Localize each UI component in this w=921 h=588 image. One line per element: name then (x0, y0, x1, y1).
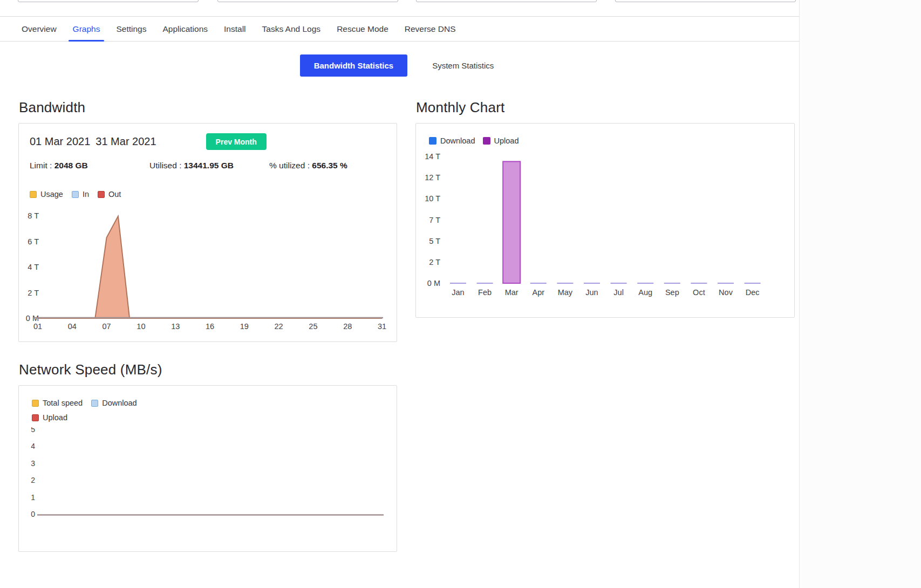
month-label: Oct (693, 288, 705, 297)
y-tick-label: 10 T (425, 194, 440, 203)
limit-value: 2048 GB (54, 161, 88, 170)
bandwidth-card-header: 01 Mar 2021 31 Mar 2021 Prev Month (19, 124, 397, 150)
x-tick-label: 28 (343, 322, 352, 331)
network-speed-legend: Total speedDownloadUpload (32, 399, 167, 422)
content-grid: Bandwidth 01 Mar 2021 31 Mar 2021 Prev M… (0, 99, 921, 552)
left-column: Bandwidth 01 Mar 2021 31 Mar 2021 Prev M… (18, 99, 397, 552)
truncated-input-1[interactable] (18, 0, 199, 2)
month-label: Feb (478, 288, 492, 297)
download-swatch (429, 137, 436, 145)
y-tick-label: 5 (31, 427, 35, 434)
y-tick-label: 12 T (425, 173, 440, 182)
in-swatch (72, 191, 79, 198)
x-tick-label: 16 (206, 322, 214, 331)
bandwidth-stats-row: Limit : 2048 GB Utilised : 13441.95 GB %… (19, 161, 397, 170)
x-tick-label: 19 (240, 322, 249, 331)
y-tick-label: 2 (31, 476, 35, 484)
bandwidth-card: 01 Mar 2021 31 Mar 2021 Prev Month Limit… (18, 123, 397, 342)
month-label: Jan (452, 288, 464, 297)
month-label: Mar (505, 288, 519, 297)
x-tick-label: 22 (275, 322, 283, 331)
legend-label: In (83, 190, 89, 199)
network-speed-heading: Network Speed (MB/s) (19, 361, 397, 378)
legend-label: Upload (43, 413, 67, 422)
usage-swatch (30, 191, 37, 198)
month-label: Jun (585, 288, 598, 297)
tab-tasks-and-logs[interactable]: Tasks And Logs (254, 17, 329, 41)
monthly-chart-card: DownloadUpload 14 T12 T10 T7 T5 T2 T0 MJ… (415, 123, 795, 318)
tab-bar: Overview Graphs Settings Applications In… (0, 16, 799, 42)
bandwidth-heading: Bandwidth (19, 99, 397, 116)
x-tick-label: 13 (171, 322, 180, 331)
y-tick-label: 5 T (429, 237, 440, 245)
legend-item-usage[interactable]: Usage (30, 190, 63, 199)
tab-graphs[interactable]: Graphs (65, 17, 108, 41)
y-tick-label: 4 T (28, 263, 39, 271)
prev-month-button[interactable]: Prev Month (206, 133, 267, 150)
date-range: 01 Mar 2021 31 Mar 2021 (30, 135, 156, 148)
month-label: Sep (665, 288, 679, 297)
monthly-chart: 14 T12 T10 T7 T5 T2 T0 MJanFebMarAprMayJ… (416, 152, 794, 298)
legend-item-in[interactable]: In (72, 190, 89, 199)
tab-install[interactable]: Install (216, 17, 254, 41)
download-swatch (91, 400, 98, 407)
month-label: Aug (638, 288, 652, 297)
legend-item-out[interactable]: Out (98, 190, 121, 199)
right-column: Monthly Chart DownloadUpload 14 T12 T10 … (415, 99, 795, 318)
limit-label: Limit : (30, 161, 52, 170)
y-tick-label: 0 M (427, 279, 440, 288)
network-speed-chart: 543210 (19, 427, 397, 524)
y-tick-label: 8 T (28, 211, 39, 220)
tab-overview[interactable]: Overview (13, 17, 65, 41)
legend-item-upload[interactable]: Upload (32, 413, 67, 422)
x-tick-label: 04 (68, 322, 77, 331)
tab-applications[interactable]: Applications (154, 17, 216, 41)
total-speed-swatch (32, 400, 39, 407)
month-label: Jul (613, 288, 624, 297)
bandwidth-legend: UsageInOut (19, 190, 397, 199)
system-statistics-button[interactable]: System Statistics (427, 61, 499, 70)
y-tick-label: 4 (31, 442, 35, 450)
month-label: May (558, 288, 573, 297)
utilised-value: 13441.95 GB (184, 161, 234, 170)
y-tick-label: 14 T (425, 152, 440, 161)
x-tick-label: 10 (137, 322, 145, 331)
y-tick-label: 2 T (28, 289, 39, 297)
legend-item-total-speed[interactable]: Total speed (32, 399, 83, 407)
upload-swatch (483, 137, 490, 145)
truncated-input-4[interactable] (615, 0, 796, 2)
tab-settings[interactable]: Settings (108, 17, 154, 41)
x-tick-label: 01 (33, 322, 42, 331)
truncated-input-3[interactable] (416, 0, 597, 2)
out-swatch (98, 191, 105, 198)
right-gutter (799, 0, 921, 588)
percent-utilized-label: % utilized : (269, 161, 310, 170)
month-label: Nov (719, 288, 733, 297)
tab-rescue-mode[interactable]: Rescue Mode (329, 17, 397, 41)
y-tick-label: 7 T (429, 216, 440, 224)
truncated-input-2[interactable] (217, 0, 398, 2)
page: Overview Graphs Settings Applications In… (0, 16, 921, 552)
legend-item-download[interactable]: Download (91, 399, 137, 407)
y-tick-label: 0 (31, 510, 35, 518)
legend-label: Upload (494, 136, 519, 145)
bandwidth-chart: 8 T6 T4 T2 T0 M0104071013161922252831 (19, 202, 397, 331)
legend-item-download[interactable]: Download (429, 136, 475, 145)
date-range-end: 31 Mar 2021 (95, 135, 156, 148)
bandwidth-statistics-button[interactable]: Bandwidth Statistics (300, 54, 408, 77)
y-tick-label: 3 (31, 459, 35, 468)
legend-label: Usage (40, 190, 63, 199)
upload-swatch (32, 414, 39, 421)
legend-label: Download (102, 399, 137, 407)
y-tick-label: 6 T (28, 237, 39, 246)
percent-utilized-value: 656.35 % (312, 161, 347, 170)
x-tick-label: 25 (309, 322, 317, 331)
legend-label: Total speed (43, 399, 83, 407)
legend-label: Out (108, 190, 121, 199)
legend-label: Download (440, 136, 475, 145)
utilised-label: Utilised : (149, 161, 181, 170)
legend-item-upload[interactable]: Upload (483, 136, 519, 145)
statistics-toggle: Bandwidth Statistics System Statistics (0, 54, 799, 77)
tab-reverse-dns[interactable]: Reverse DNS (397, 17, 464, 41)
date-range-start: 01 Mar 2021 (30, 135, 90, 148)
